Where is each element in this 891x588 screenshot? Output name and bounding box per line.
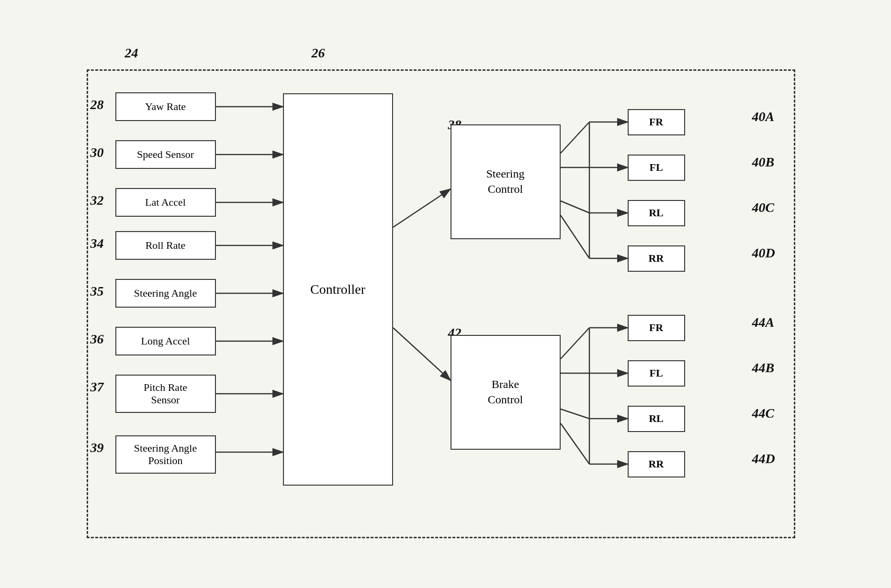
brake-control-box: Brake Control: [451, 335, 561, 450]
diagram-container: 24 26 28 30 32 34 35 36 37 39 38 42 40A …: [39, 31, 853, 557]
steering-angle-box: Steering Angle: [115, 279, 216, 308]
rr-steering-box: RR: [628, 245, 685, 272]
ref-44D: 44D: [752, 451, 775, 466]
steering-control-box: Steering Control: [451, 124, 561, 239]
fr-steering-box: FR: [628, 109, 685, 135]
ref-40B: 40B: [752, 155, 775, 170]
yaw-rate-box: Yaw Rate: [115, 92, 216, 121]
long-accel-box: Long Accel: [115, 327, 216, 355]
roll-rate-box: Roll Rate: [115, 231, 216, 260]
ref-39: 39: [90, 440, 104, 455]
rr-brake-box: RR: [628, 451, 685, 477]
ref-44C: 44C: [752, 406, 775, 421]
ref-28: 28: [90, 97, 104, 112]
ref-26: 26: [312, 45, 325, 61]
speed-sensor-box: Speed Sensor: [115, 140, 216, 169]
lat-accel-box: Lat Accel: [115, 188, 216, 217]
ref-24: 24: [125, 45, 138, 61]
rl-brake-box: RL: [628, 406, 685, 432]
steering-angle-position-box: Steering Angle Position: [115, 435, 216, 474]
fl-brake-box: FL: [628, 360, 685, 387]
ref-32: 32: [90, 193, 104, 208]
ref-34: 34: [90, 236, 104, 251]
ref-36: 36: [90, 332, 104, 347]
ref-44A: 44A: [752, 315, 775, 330]
ref-37: 37: [90, 379, 104, 395]
ref-40C: 40C: [752, 200, 775, 215]
ref-30: 30: [90, 145, 104, 160]
controller-box: Controller: [283, 93, 393, 486]
ref-44B: 44B: [752, 360, 775, 376]
ref-40D: 40D: [752, 245, 775, 261]
fr-brake-box: FR: [628, 315, 685, 341]
ref-40A: 40A: [752, 109, 775, 124]
fl-steering-box: FL: [628, 155, 685, 181]
ref-35: 35: [90, 284, 104, 299]
pitch-rate-sensor-box: Pitch Rate Sensor: [115, 375, 216, 413]
rl-steering-box: RL: [628, 200, 685, 226]
